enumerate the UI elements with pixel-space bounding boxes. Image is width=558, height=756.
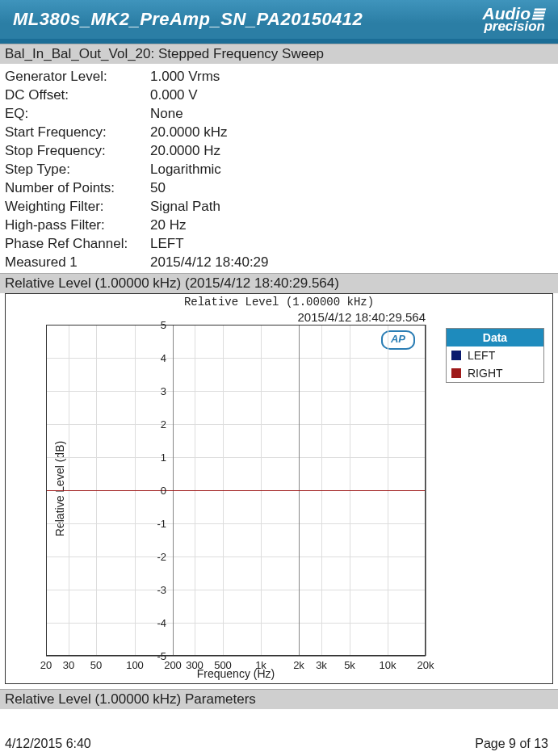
legend-swatch-blue	[451, 351, 461, 360]
param-label: Stop Frequency:	[5, 141, 150, 160]
chart-xlabel: Frequency (Hz)	[46, 667, 426, 680]
ytick: 5	[142, 319, 166, 331]
param-label: EQ:	[5, 104, 150, 123]
chart-plot	[46, 325, 426, 656]
chart-legend: Data LEFT RIGHT	[446, 328, 544, 383]
ytick: -4	[142, 617, 166, 629]
param-label: DC Offset:	[5, 86, 150, 104]
param-label: Start Frequency:	[5, 123, 150, 141]
ytick: -5	[142, 650, 166, 662]
page-footer: 4/12/2015 6:40 Page 9 of 13	[5, 737, 548, 751]
param-value: 20.0000 kHz	[150, 123, 227, 141]
param-label: Weighting Filter:	[5, 197, 150, 216]
parameter-block: Generator Level:1.000 Vrms DC Offset:0.0…	[0, 64, 558, 273]
sweep-suffix: : Stepped Frequency Sweep	[151, 46, 325, 61]
footer-page: Page 9 of 13	[475, 737, 548, 751]
chart-section-bar: Relative Level (1.00000 kHz) (2015/4/12 …	[0, 273, 558, 293]
param-label: High-pass Filter:	[5, 216, 150, 234]
ytick: 1	[142, 452, 166, 464]
legend-title: Data	[447, 329, 543, 346]
param-value: None	[150, 104, 183, 123]
param-value: 20 Hz	[150, 216, 186, 234]
param-value: 1.000 Vrms	[150, 67, 220, 86]
ytick: -3	[142, 584, 166, 596]
chart-timestamp: 2015/4/12 18:40:29.564	[6, 310, 426, 324]
legend-item-right: RIGHT	[447, 364, 543, 382]
footer-date: 4/12/2015 6:40	[5, 737, 91, 751]
legend-swatch-red	[451, 368, 461, 378]
param-value: Signal Path	[150, 197, 220, 216]
ytick: -1	[142, 518, 166, 530]
param-label: Measured 1	[5, 253, 150, 271]
param-value: LEFT	[150, 234, 184, 253]
param-label: Number of Points:	[5, 178, 150, 197]
ytick: 2	[142, 418, 166, 430]
param-label: Generator Level:	[5, 67, 150, 86]
audio-precision-logo: Audio≣ precision	[483, 6, 545, 32]
legend-item-left: LEFT	[447, 346, 543, 364]
report-header: ML380s_MK2_PreAmp_SN_PA20150412 Audio≣ p…	[0, 0, 558, 44]
param-value: 20.0000 Hz	[150, 141, 220, 160]
report-title: ML380s_MK2_PreAmp_SN_PA20150412	[13, 9, 363, 30]
legend-label: RIGHT	[468, 367, 503, 380]
param-value: 0.000 V	[150, 86, 198, 104]
chart-params-bar: Relative Level (1.00000 kHz) Parameters	[0, 689, 558, 709]
ytick: 4	[142, 352, 166, 364]
ytick: 3	[142, 385, 166, 397]
sweep-name: Bal_In_Bal_Out_Vol_20	[5, 46, 151, 61]
param-label: Step Type:	[5, 160, 150, 178]
chart-area: Relative Level (1.00000 kHz) 2015/4/12 1…	[5, 293, 553, 684]
param-value: Logarithmic	[150, 160, 221, 178]
logo-line2: precision	[483, 21, 545, 32]
chart-inner-title: Relative Level (1.00000 kHz)	[6, 296, 552, 309]
ytick: 0	[142, 485, 166, 497]
legend-label: LEFT	[468, 349, 495, 362]
param-value: 50	[150, 178, 166, 197]
sweep-section-bar: Bal_In_Bal_Out_Vol_20: Stepped Frequency…	[0, 44, 558, 64]
param-label: Phase Ref Channel:	[5, 234, 150, 253]
ytick: -2	[142, 551, 166, 563]
param-value: 2015/4/12 18:40:29	[150, 253, 269, 271]
